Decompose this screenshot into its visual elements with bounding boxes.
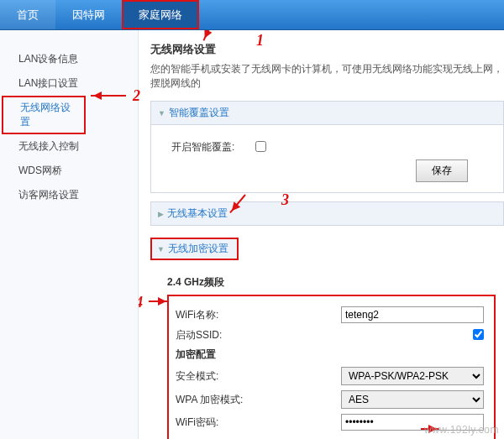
page-desc: 您的智能手机或安装了无线网卡的计算机，可使用无线网络功能实现无线上网，摆脱网线的 [150,62,504,91]
tab-internet[interactable]: 因特网 [55,0,122,29]
wifi-name-label: WiFi名称: [176,308,260,322]
enable-ssid-label: 启动SSID: [176,328,260,342]
layout: LAN设备信息 LAN接口设置 无线网络设置 无线接入控制 WDS网桥 访客网络… [0,30,504,439]
wpa-mode-select[interactable]: AES [341,390,484,409]
sidebar: LAN设备信息 LAN接口设置 无线网络设置 无线接入控制 WDS网桥 访客网络… [0,30,139,439]
section-wireless-encrypt-title: 无线加密设置 [168,242,228,256]
sidebar-item-wireless-access[interactable]: 无线接入控制 [0,134,138,159]
sidebar-item-lan-interface[interactable]: LAN接口设置 [0,71,138,96]
section-wireless-encrypt-header[interactable]: ▼ 无线加密设置 [150,238,239,260]
watermark: www.192ly.com [424,424,499,436]
smart-enable-checkbox[interactable] [255,141,266,152]
band-label: 2.4 GHz频段 [167,275,501,290]
main: 无线网络设置 您的智能手机或安装了无线网卡的计算机，可使用无线网络功能实现无线上… [139,30,504,439]
enc-cfg-label: 加密配置 [176,348,487,362]
section-wireless-encrypt: ▼ 无线加密设置 2.4 GHz频段 WiFi名称: 启动SSID: 加密配置 [150,238,504,439]
triangle-down-icon: ▼ [158,109,165,118]
section-wireless-basic: ▶ 无线基本设置 [150,201,504,226]
triangle-down-icon: ▼ [157,245,165,253]
sidebar-item-wireless[interactable]: 无线网络设置 [2,96,86,134]
sidebar-item-wds[interactable]: WDS网桥 [0,159,138,183]
wifi-name-input[interactable] [341,306,484,323]
triangle-right-icon: ▶ [158,210,164,218]
annotation-4: 4 [139,294,143,311]
section-smart-coverage-title: 智能覆盖设置 [169,106,229,120]
annotation-arrow-1 [209,30,211,42]
smart-save-button[interactable]: 保存 [416,159,468,182]
section-wireless-basic-title: 无线基本设置 [167,206,228,221]
wpa-mode-label: WPA 加密模式: [176,393,260,407]
tab-home[interactable]: 首页 [0,0,55,29]
page-title: 无线网络设置 [150,42,504,57]
encrypt-config-box: WiFi名称: 启动SSID: 加密配置 安全模式: WPA-PSK/WPA2-… [167,295,496,439]
section-wireless-basic-header[interactable]: ▶ 无线基本设置 [151,202,503,225]
sec-mode-select[interactable]: WPA-PSK/WPA2-PSK [341,367,484,385]
enable-ssid-checkbox[interactable] [473,329,484,340]
sec-mode-label: 安全模式: [176,369,260,384]
sidebar-item-lan-devices[interactable]: LAN设备信息 [0,47,138,71]
section-smart-coverage-header[interactable]: ▼ 智能覆盖设置 [151,102,503,125]
section-smart-coverage: ▼ 智能覆盖设置 开启智能覆盖: 保存 [150,101,504,193]
smart-enable-label: 开启智能覆盖: [171,140,255,154]
sidebar-item-guest-network[interactable]: 访客网络设置 [0,183,138,207]
top-nav: 首页 因特网 家庭网络 [0,0,504,30]
wifi-pwd-label: WiFi密码: [176,415,260,430]
tab-home-network[interactable]: 家庭网络 [122,0,199,29]
